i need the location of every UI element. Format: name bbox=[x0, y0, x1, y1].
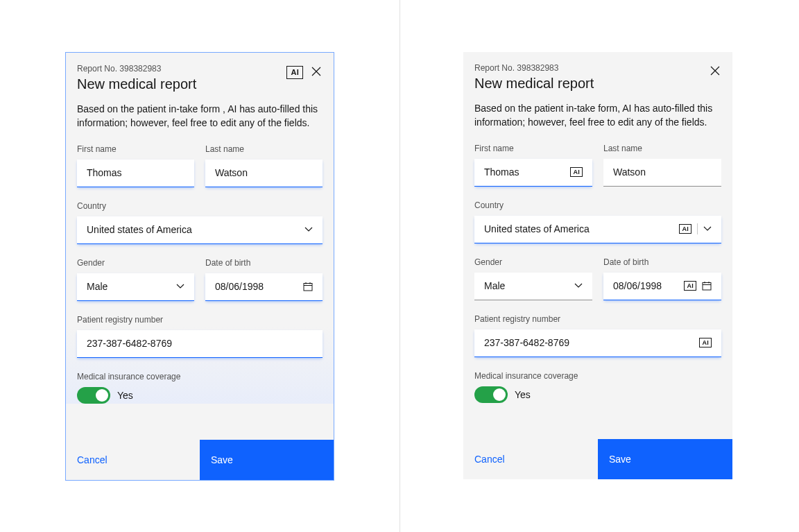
gender-label: Gender bbox=[77, 258, 194, 268]
chevron-down-icon bbox=[703, 225, 712, 233]
save-button[interactable]: Save bbox=[200, 440, 334, 480]
gender-select[interactable]: Male bbox=[474, 273, 592, 300]
description-text: Based on the patient in-take form , AI h… bbox=[77, 102, 323, 130]
gender-select[interactable]: Male bbox=[77, 273, 194, 301]
close-icon[interactable] bbox=[709, 65, 721, 78]
coverage-value: Yes bbox=[515, 389, 531, 400]
country-field: Country United states of America AI bbox=[474, 200, 721, 243]
first-name-label: First name bbox=[77, 144, 194, 154]
coverage-field: Medical insurance coverage Yes bbox=[474, 371, 721, 403]
coverage-toggle[interactable] bbox=[474, 386, 508, 403]
prn-field: Patient registry number 237-387-6482-876… bbox=[474, 314, 721, 357]
prn-input[interactable]: 237-387-6482-8769 bbox=[77, 330, 323, 358]
calendar-icon[interactable] bbox=[702, 281, 712, 291]
cancel-button[interactable]: Cancel bbox=[463, 439, 598, 479]
last-name-label: Last name bbox=[205, 144, 323, 154]
prn-input[interactable]: 237-387-6482-8769 AI bbox=[474, 329, 721, 357]
separator bbox=[697, 223, 698, 234]
report-number: Report No. 398382983 bbox=[474, 63, 709, 73]
country-select[interactable]: United states of America bbox=[77, 216, 323, 244]
calendar-icon[interactable] bbox=[303, 282, 313, 291]
gender-field: Gender Male bbox=[474, 257, 592, 300]
report-number: Report No. 398382983 bbox=[77, 64, 286, 74]
first-name-input[interactable]: Thomas AI bbox=[474, 159, 592, 187]
dob-field: Date of birth 08/06/1998 bbox=[205, 258, 323, 301]
vertical-divider bbox=[400, 0, 400, 532]
country-label: Country bbox=[77, 201, 323, 211]
dob-input[interactable]: 08/06/1998 bbox=[205, 273, 323, 301]
prn-label: Patient registry number bbox=[474, 314, 721, 324]
country-field: Country United states of America bbox=[77, 201, 323, 244]
chevron-down-icon bbox=[574, 282, 583, 290]
save-button[interactable]: Save bbox=[598, 439, 732, 479]
coverage-label: Medical insurance coverage bbox=[474, 371, 721, 381]
dob-label: Date of birth bbox=[205, 258, 323, 268]
last-name-field: Last name Watson bbox=[205, 144, 323, 187]
cancel-button[interactable]: Cancel bbox=[66, 440, 200, 480]
ai-badge: AI bbox=[286, 66, 303, 79]
page-title: New medical report bbox=[77, 76, 286, 92]
last-name-field: Last name Watson bbox=[603, 144, 721, 187]
first-name-label: First name bbox=[474, 144, 592, 153]
last-name-label: Last name bbox=[603, 144, 721, 153]
page-title: New medical report bbox=[474, 76, 709, 92]
ai-tag-icon: AI bbox=[570, 167, 583, 177]
coverage-label: Medical insurance coverage bbox=[77, 372, 323, 381]
gender-label: Gender bbox=[474, 257, 592, 267]
prn-field: Patient registry number 237-387-6482-876… bbox=[77, 315, 323, 358]
report-card-variant-b: Report No. 398382983 New medical report … bbox=[463, 52, 732, 479]
card-footer: Cancel Save bbox=[463, 439, 732, 479]
dob-field: Date of birth 08/06/1998 AI bbox=[603, 257, 721, 300]
coverage-field: Medical insurance coverage Yes bbox=[77, 372, 323, 404]
report-card-variant-a: Report No. 398382983 New medical report … bbox=[65, 52, 334, 481]
country-select[interactable]: United states of America AI bbox=[474, 216, 721, 243]
svg-rect-0 bbox=[304, 284, 312, 291]
svg-rect-4 bbox=[703, 283, 711, 291]
close-icon[interactable] bbox=[310, 65, 323, 79]
ai-tag-icon: AI bbox=[684, 281, 696, 291]
prn-label: Patient registry number bbox=[77, 315, 323, 325]
ai-tag-icon: AI bbox=[699, 338, 712, 347]
country-label: Country bbox=[474, 200, 721, 210]
first-name-field: First name Thomas AI bbox=[474, 144, 592, 187]
card-header: Report No. 398382983 New medical report bbox=[474, 63, 721, 101]
gender-field: Gender Male bbox=[77, 258, 194, 301]
last-name-input[interactable]: Watson bbox=[603, 159, 721, 187]
card-header: Report No. 398382983 New medical report … bbox=[77, 64, 323, 102]
chevron-down-icon bbox=[304, 225, 313, 234]
card-footer: Cancel Save bbox=[66, 440, 334, 480]
last-name-input[interactable]: Watson bbox=[205, 160, 323, 187]
first-name-input[interactable]: Thomas bbox=[77, 160, 194, 187]
ai-tag-icon: AI bbox=[679, 224, 691, 234]
dob-label: Date of birth bbox=[603, 257, 721, 267]
dob-input[interactable]: 08/06/1998 AI bbox=[603, 273, 721, 300]
first-name-field: First name Thomas bbox=[77, 144, 194, 187]
chevron-down-icon bbox=[176, 282, 184, 291]
description-text: Based on the patient in-take form, AI ha… bbox=[474, 101, 721, 130]
coverage-toggle[interactable] bbox=[77, 387, 110, 404]
coverage-value: Yes bbox=[117, 390, 133, 401]
